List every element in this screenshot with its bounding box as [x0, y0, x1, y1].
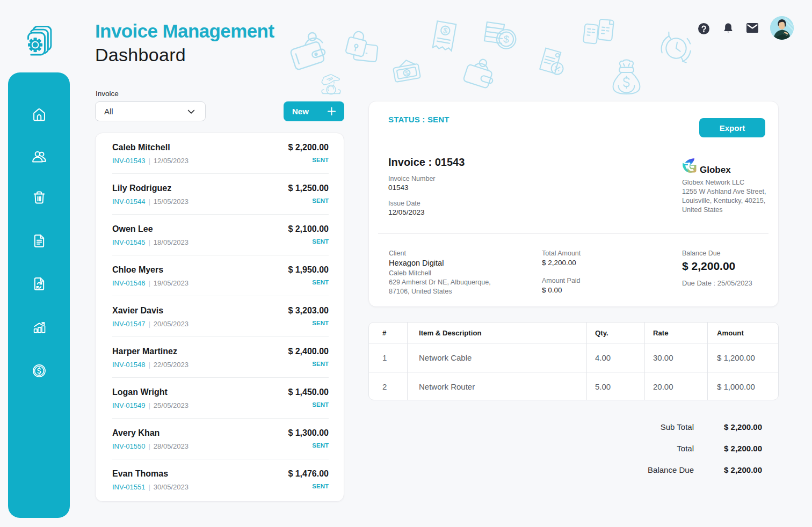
svg-text:$: $: [503, 33, 510, 45]
svg-text:$: $: [404, 69, 409, 77]
svg-text:$: $: [443, 26, 448, 35]
